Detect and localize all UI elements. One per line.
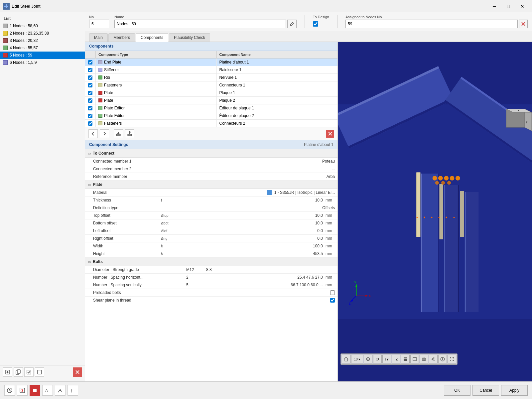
bottom-icon-5[interactable] [55,385,66,396]
config-panel: Components Component Type Component Name [85,42,338,381]
3d-viewport: ✦ ✦ ✦ ✦ ✦ ✦ [338,42,532,381]
row8-checkbox[interactable] [88,114,92,118]
svg-rect-85 [33,389,37,392]
move-right-button[interactable] [100,129,109,138]
material-text: 1 - S355JR | Isotropic | Linear El... [274,190,335,195]
vp-perspective-button[interactable] [364,355,372,363]
bottom-icon-4[interactable]: A [42,385,53,396]
component-row-9[interactable]: Fasteners Connecteurs 2 [85,120,337,127]
component-row-2[interactable]: Stiffener Raidisseur 1 [85,66,337,74]
list-item-5[interactable]: 5 Nodes : 59 [0,52,85,59]
tab-members[interactable]: Members [108,33,135,42]
delete-component-button[interactable] [326,130,334,138]
edit-name-button[interactable] [287,20,297,28]
vp-rotate-y-button[interactable]: ↕Y [382,355,391,363]
component-row-5[interactable]: Plate Plaque 1 [85,89,337,97]
vp-layers-button[interactable] [401,355,410,363]
maximize-button[interactable]: □ [502,2,515,11]
window-controls: ─ □ ✕ [488,2,529,11]
component-row-8[interactable]: Plate Editor Éditeur de plaque 2 [85,112,337,120]
delete-joint-button[interactable] [73,367,82,377]
row8-color [98,114,102,118]
row4-checkbox[interactable] [88,83,92,87]
row2-checkbox[interactable] [88,68,92,72]
vp-rotate-x-button[interactable]: ↕X [373,355,382,363]
bottom-icon-3[interactable] [30,385,40,396]
svg-line-82 [10,390,11,391]
vp-rotate-z-button[interactable]: ↕Z [392,355,400,363]
row6-checkbox[interactable] [88,98,92,103]
export-button[interactable] [125,129,134,138]
bottom-icon-1[interactable] [4,385,15,396]
vp-zoom-button[interactable]: 10 ▾ [351,355,363,363]
component-row-3[interactable]: Rib Nervure 1 [85,74,337,81]
vp-box-button[interactable] [410,355,419,363]
plate-collapse-icon: ▭ [88,183,91,187]
ok-button[interactable]: OK [444,385,470,396]
bottom-icon-6[interactable]: ƒ [67,385,78,396]
name-input[interactable] [114,20,286,28]
shear-sym [158,297,185,304]
row1-checkbox[interactable] [88,60,92,65]
color-indicator-5 [3,53,8,58]
vp-print-button[interactable] [420,355,428,363]
move-left-button[interactable] [88,129,98,138]
svg-rect-7 [27,370,31,374]
list-item-4[interactable]: 4 Nodes : 55,57 [0,44,85,52]
diameter-value2: 8.8 [205,266,324,273]
bottom-icon-2[interactable]: 0 [17,385,28,396]
row4-type-label: Fasteners [104,83,122,87]
th-type: Component Type [96,51,217,58]
assigned-nodes-input[interactable] [345,20,518,28]
bottom-offset-unit: mm [324,219,337,227]
minimize-button[interactable]: ─ [488,2,501,11]
import-button[interactable] [114,129,123,138]
tab-main[interactable]: Main [89,33,108,42]
component-row-4[interactable]: Fasteners Connecteurs 1 [85,81,337,89]
check-all-button[interactable] [24,367,34,377]
vp-settings-button[interactable] [429,355,438,363]
definition-sym [158,204,185,211]
vp-home-button[interactable] [342,355,350,363]
tab-components[interactable]: Components [136,33,168,42]
to-connect-header[interactable]: ▭ To Connect [85,149,337,158]
component-row-7[interactable]: Plate Editor Éditeur de plaque 1 [85,104,337,112]
svg-text:Y: Y [354,281,356,284]
add-joint-button[interactable] [3,367,12,377]
cancel-button[interactable]: Cancel [472,385,499,396]
svg-rect-31 [458,185,459,312]
apply-button[interactable]: Apply [501,385,528,396]
row9-checkbox[interactable] [88,121,92,126]
to-design-checkbox[interactable] [313,21,318,27]
tab-plausibility[interactable]: Plausibility Check [169,33,210,42]
close-button[interactable]: ✕ [516,2,529,11]
shear-checkbox[interactable] [330,298,335,303]
component-row-6[interactable]: Plate Plaque 2 [85,97,337,104]
bolts-header[interactable]: ▭ Bolts [85,258,337,266]
collapse-icon: ▭ [88,152,91,155]
row1-name: Platine d'about 1 [217,59,338,66]
name-field-group: Name [114,15,297,28]
spacing-v-row: Number | Spacing vertically 5 66.7 100.0… [85,281,337,289]
plate-header[interactable]: ▭ Plate [85,181,337,189]
list-item-3[interactable]: 3 Nodes : 20,32 [0,37,85,44]
cm1-sym [158,158,185,165]
component-row-1[interactable]: End Plate Platine d'about 1 [85,59,337,66]
row5-checkbox[interactable] [88,91,92,95]
uncheck-all-button[interactable] [35,367,44,377]
no-input[interactable] [89,20,109,28]
list-item-1[interactable]: 1 Nodes : 58,60 [0,22,85,30]
row1-check [85,59,96,66]
copy-joint-button[interactable] [14,367,23,377]
vp-expand-button[interactable] [448,355,456,363]
vp-info-button[interactable]: i [438,355,447,363]
width-sym: b [158,242,185,250]
row3-checkbox[interactable] [88,75,92,80]
clear-nodes-button[interactable] [519,20,528,28]
list-item-6[interactable]: 6 Nodes : 1,5,9 [0,59,85,66]
preloaded-checkbox[interactable] [330,290,335,295]
row7-checkbox[interactable] [88,106,92,110]
list-item-2[interactable]: 2 Nodes : 23,26,35,38 [0,30,85,37]
preloaded-row: Preloaded bolts [85,289,337,297]
spacing-h-unit: mm [324,274,337,281]
